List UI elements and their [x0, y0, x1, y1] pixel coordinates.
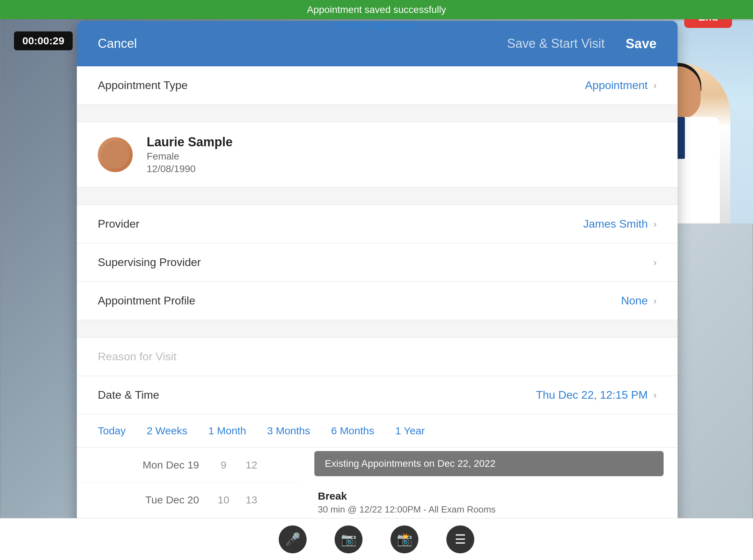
appointment-profile-label: Appointment Profile [98, 294, 195, 307]
appointment-profile-text: None [621, 294, 648, 307]
appointment-profile-row[interactable]: Appointment Profile None › [77, 282, 678, 320]
save-start-button[interactable]: Save & Start Visit [507, 36, 605, 51]
patient-link-chevron: ▾ [409, 19, 414, 31]
supervising-provider-value: › [653, 257, 657, 268]
header-actions: Save & Start Visit Save [507, 36, 657, 51]
bottom-toolbar: 🎤 📷 📸 ☰ [0, 518, 753, 560]
quick-date-2weeks[interactable]: 2 Weeks [147, 425, 187, 437]
separator-3 [77, 320, 678, 338]
patient-link-name: Laurie Sample [339, 20, 406, 31]
date-time-label: Date & Time [98, 389, 159, 401]
quick-date-today[interactable]: Today [98, 425, 126, 437]
separator-1 [77, 105, 678, 122]
supervising-provider-chevron: › [653, 257, 657, 268]
saved-banner: Appointment saved successfully [0, 0, 753, 19]
cal-date-0: Mon Dec 19 [77, 459, 210, 471]
avatar-face [101, 141, 129, 169]
appointment-type-row[interactable]: Appointment Type Appointment › [77, 66, 678, 105]
appointment-type-chevron: › [653, 80, 657, 91]
timer: 00:00:29 [14, 31, 73, 50]
provider-chevron: › [653, 219, 657, 230]
patient-name: Laurie Sample [147, 135, 233, 149]
provider-value: James Smith › [583, 218, 657, 230]
appointment-profile-chevron: › [653, 295, 657, 307]
provider-row[interactable]: Provider James Smith › [77, 205, 678, 243]
quick-dates: Today 2 Weeks 1 Month 3 Months 6 Months … [77, 414, 678, 448]
calendar-row-0[interactable]: Mon Dec 19 9 12 [77, 448, 300, 482]
appt-details-0: 30 min @ 12/22 12:00PM - All Exam Rooms [318, 504, 660, 515]
cal-date-1: Tue Dec 20 [77, 494, 210, 506]
quick-date-1month[interactable]: 1 Month [208, 425, 246, 437]
appointment-type-text: Appointment [585, 79, 648, 92]
provider-label: Provider [98, 218, 139, 230]
date-time-row[interactable]: Date & Time Thu Dec 22, 12:15 PM › [77, 376, 678, 414]
cal-hour-1: 10 [210, 494, 237, 506]
patient-dob: 12/08/1990 [147, 163, 233, 175]
menu-icon: ☰ [455, 532, 466, 547]
appointments-header: Existing Appointments on Dec 22, 2022 [314, 451, 664, 476]
date-time-chevron: › [653, 390, 657, 401]
reason-placeholder: Reason for Visit [98, 350, 176, 363]
microphone-button[interactable]: 🎤 [279, 525, 307, 553]
quick-date-3months[interactable]: 3 Months [267, 425, 310, 437]
patient-gender: Female [147, 151, 233, 162]
patient-avatar [98, 137, 133, 172]
cal-min-1: 13 [237, 494, 265, 506]
menu-button[interactable]: ☰ [446, 525, 474, 553]
camera-icon: 📷 [341, 532, 357, 547]
save-button[interactable]: Save [626, 36, 657, 51]
appointment-modal: Cancel Save & Start Visit Save Appointme… [77, 21, 678, 560]
appt-title-0: Break [318, 490, 660, 502]
date-time-text: Thu Dec 22, 12:15 PM [536, 389, 648, 401]
appointment-profile-value: None › [621, 294, 657, 307]
separator-2 [77, 187, 678, 205]
cal-min-0: 12 [237, 459, 265, 471]
quick-date-1year[interactable]: 1 Year [395, 425, 425, 437]
cancel-button[interactable]: Cancel [98, 36, 137, 51]
date-time-value: Thu Dec 22, 12:15 PM › [536, 389, 657, 401]
appointment-item-0: Break 30 min @ 12/22 12:00PM - All Exam … [314, 483, 664, 522]
cal-hour-0: 9 [210, 459, 237, 471]
screenshot-icon: 📸 [397, 532, 412, 547]
supervising-provider-row[interactable]: Supervising Provider › [77, 243, 678, 282]
reason-row[interactable]: Reason for Visit [77, 338, 678, 376]
supervising-provider-label: Supervising Provider [98, 256, 201, 269]
camera-button[interactable]: 📷 [335, 525, 363, 553]
modal-body: Appointment Type Appointment › Laurie Sa… [77, 66, 678, 560]
saved-banner-text: Appointment saved successfully [307, 4, 446, 15]
quick-date-6months[interactable]: 6 Months [331, 425, 374, 437]
microphone-icon: 🎤 [285, 532, 301, 547]
patient-row: Laurie Sample Female 12/08/1990 [77, 122, 678, 187]
patient-link[interactable]: Laurie Sample ▾ [339, 19, 414, 31]
appointment-type-label: Appointment Type [98, 79, 188, 92]
appointment-type-value: Appointment › [585, 79, 657, 92]
provider-name: James Smith [583, 218, 648, 230]
calendar-row-1[interactable]: Tue Dec 20 10 13 [77, 482, 300, 517]
patient-info: Laurie Sample Female 12/08/1990 [147, 135, 233, 175]
screenshot-button[interactable]: 📸 [390, 525, 418, 553]
